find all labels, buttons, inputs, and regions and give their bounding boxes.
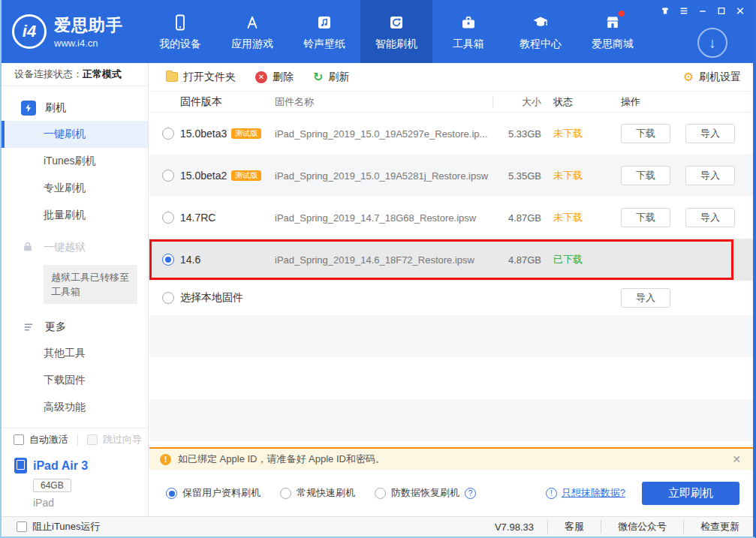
radio-dot <box>280 488 291 499</box>
divider <box>77 434 78 446</box>
app-version: V7.98.33 <box>495 521 534 533</box>
lock-icon <box>21 240 35 256</box>
local-firmware-radio[interactable] <box>162 292 174 304</box>
firmware-row[interactable]: 15.0beta2测试版 iPad_Spring_2019_15.0_19A52… <box>149 155 753 197</box>
delete-button[interactable]: ✕ 删除 <box>255 71 294 84</box>
connection-status: 设备连接状态： 正常模式 <box>2 63 148 86</box>
radio-label: 常规快速刷机 <box>297 486 355 500</box>
nav-label: 工具箱 <box>453 38 484 51</box>
import-button[interactable]: 导入 <box>621 288 670 308</box>
radio-regular-fast-flash[interactable]: 常规快速刷机 <box>280 486 355 500</box>
close-icon[interactable] <box>733 5 747 17</box>
table-header: 固件版本 固件名称 大小 状态 操作 <box>149 92 753 113</box>
main-content: 打开文件夹 ✕ 删除 ↻ 刷新 ⚙ 刷机设置 固件版本 固件名称 大小 状态 操… <box>149 63 753 516</box>
notification-dot <box>619 11 625 17</box>
erase-data-link[interactable]: ! 只想抹除数据? <box>546 486 625 500</box>
empty-list-area <box>149 315 753 447</box>
sidebar-section-jailbreak[interactable]: 一键越狱 <box>2 235 148 260</box>
import-button[interactable]: 导入 <box>685 208 735 227</box>
sidebar-item-pro-flash[interactable]: 专业刷机 <box>2 175 148 202</box>
open-folder-label: 打开文件夹 <box>183 71 236 84</box>
auto-activate-checkbox[interactable] <box>14 434 24 445</box>
ringtone-icon <box>315 13 334 32</box>
skip-wizard-label: 跳过向导 <box>103 433 142 446</box>
flash-now-button[interactable]: 立即刷机 <box>642 482 739 505</box>
nav-tutorial-center[interactable]: 教程中心 <box>505 0 577 63</box>
device-icon <box>170 13 190 32</box>
flash-settings-button[interactable]: ⚙ 刷机设置 <box>683 71 741 84</box>
radio-dot <box>166 488 177 499</box>
notice-text: 如已绑定 Apple ID，请准备好 Apple ID和密码。 <box>178 452 724 466</box>
sidebar-item-advanced-features[interactable]: 高级功能 <box>2 394 148 421</box>
notice-close-icon[interactable]: ✕ <box>730 453 742 465</box>
import-button[interactable]: 导入 <box>685 166 735 185</box>
download-button[interactable]: 下载 <box>621 208 670 227</box>
wechat-official-link[interactable]: 微信公众号 <box>601 520 683 533</box>
sidebar-item-batch-flash[interactable]: 批量刷机 <box>2 202 148 229</box>
download-manager-button[interactable]: ↓ <box>697 28 727 58</box>
flash-options-bar: 保留用户资料刷机 常规快速刷机 防数据恢复刷机 ? ! 只想抹除数据? 立即刷机 <box>149 470 753 516</box>
firmware-name: iPad_Spring_2019_15.0_19A5281j_Restore.i… <box>275 170 493 182</box>
firmware-status: 未下载 <box>553 169 613 182</box>
download-button[interactable]: 下载 <box>621 124 670 143</box>
col-firmware-name: 固件名称 <box>275 95 492 109</box>
help-icon[interactable]: ? <box>465 488 476 499</box>
sidebar-item-itunes-flash[interactable]: iTunes刷机 <box>2 148 148 175</box>
firmware-radio[interactable] <box>162 212 174 224</box>
tutorial-icon <box>531 13 550 32</box>
firmware-radio[interactable] <box>162 128 174 140</box>
mall-icon <box>603 13 622 32</box>
flash-mode-group: 保留用户资料刷机 常规快速刷机 防数据恢复刷机 ? <box>166 486 476 500</box>
nav-label: 铃声壁纸 <box>303 38 345 51</box>
customer-service-link[interactable]: 客服 <box>547 520 601 533</box>
menu-icon[interactable] <box>677 5 691 17</box>
device-model: iPad <box>33 497 148 509</box>
nav-toolbox[interactable]: 工具箱 <box>432 0 505 63</box>
nav-ringtones-wallpapers[interactable]: 铃声壁纸 <box>288 0 360 63</box>
sidebar-item-one-click-flash[interactable]: 一键刷机 <box>2 121 148 148</box>
sidebar-section-more[interactable]: 更多 <box>2 314 148 340</box>
skip-wizard-checkbox[interactable] <box>87 434 98 445</box>
col-firmware-version: 固件版本 <box>180 95 275 109</box>
firmware-radio-selected[interactable] <box>162 254 174 266</box>
maximize-icon[interactable] <box>715 5 728 17</box>
import-button[interactable]: 导入 <box>685 124 735 143</box>
firmware-row-selected[interactable]: 14.6 iPad_Spring_2019_14.6_18F72_Restore… <box>149 239 753 281</box>
download-button[interactable]: 下载 <box>621 166 670 185</box>
nav-smart-flash[interactable]: 智能刷机 <box>360 0 432 63</box>
nav-label: 应用游戏 <box>231 38 273 51</box>
sidebar-section-flash[interactable]: 刷机 <box>2 95 148 121</box>
radio-label: 防数据恢复刷机 <box>391 486 459 500</box>
sidebar-item-label: 专业刷机 <box>44 182 86 195</box>
sidebar-section-label: 刷机 <box>45 101 66 115</box>
nav-i4-mall[interactable]: 爱思商城 <box>577 0 649 63</box>
sidebar-section-label: 更多 <box>45 320 66 334</box>
refresh-button[interactable]: ↻ 刷新 <box>313 71 349 84</box>
skin-icon[interactable] <box>658 5 672 17</box>
open-folder-button[interactable]: 打开文件夹 <box>166 71 236 84</box>
firmware-row[interactable]: 15.0beta3测试版 iPad_Spring_2019_15.0_19A52… <box>149 113 753 155</box>
col-size: 大小 <box>493 95 541 109</box>
nav-apps-games[interactable]: 应用游戏 <box>216 0 288 63</box>
sidebar: 设备连接状态： 正常模式 刷机 一键刷机 iTunes刷机 专业刷机 批量刷机 … <box>2 63 149 516</box>
nav-label: 教程中心 <box>520 38 562 51</box>
firmware-row[interactable]: 14.7RC iPad_Spring_2019_14.7_18G68_Resto… <box>149 197 753 239</box>
minimize-icon[interactable] <box>696 5 709 17</box>
sidebar-item-download-firmware[interactable]: 下载固件 <box>2 367 148 394</box>
nav-label: 我的设备 <box>159 38 201 51</box>
sidebar-item-label: 高级功能 <box>44 401 86 414</box>
sidebar-item-other-tools[interactable]: 其他工具 <box>2 340 148 367</box>
radio-anti-recovery-flash[interactable]: 防数据恢复刷机 ? <box>375 486 476 500</box>
block-itunes-checkbox[interactable] <box>17 521 27 532</box>
firmware-radio[interactable] <box>162 170 174 182</box>
radio-keep-user-data[interactable]: 保留用户资料刷机 <box>166 486 261 500</box>
check-update-link[interactable]: 检查更新 <box>683 520 742 533</box>
local-firmware-row[interactable]: 选择本地固件 导入 <box>149 281 753 315</box>
flash-settings-label: 刷机设置 <box>699 71 741 84</box>
nav-my-devices[interactable]: 我的设备 <box>144 0 216 63</box>
app-logo: i4 爱思助手 www.i4.cn <box>2 0 144 63</box>
sidebar-item-label: 其他工具 <box>44 347 86 360</box>
firmware-version: 14.6 <box>180 254 200 266</box>
erase-link-label: 只想抹除数据? <box>562 486 625 500</box>
firmware-version: 14.7RC <box>180 212 215 224</box>
